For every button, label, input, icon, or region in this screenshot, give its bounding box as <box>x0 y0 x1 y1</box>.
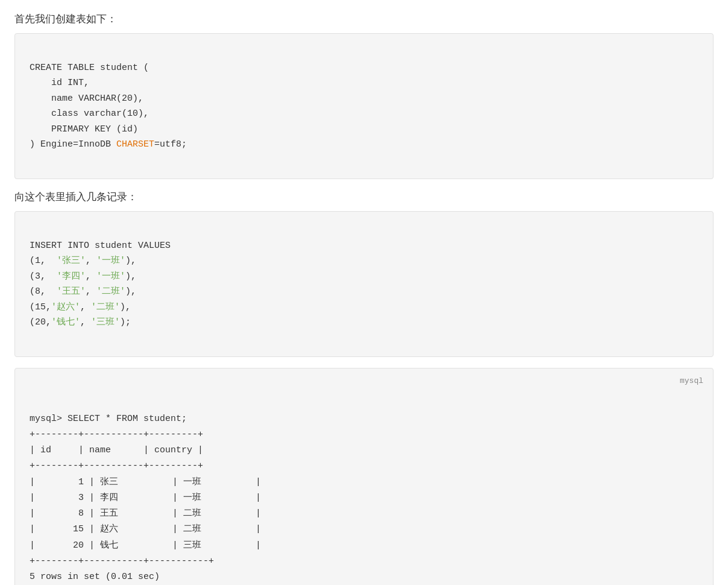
intro-title: 首先我们创建表如下： <box>14 12 714 26</box>
insert-title: 向这个表里插入几条记录： <box>14 190 714 204</box>
insert-section: 向这个表里插入几条记录： INSERT INTO student VALUES … <box>14 190 714 357</box>
code-line-1: CREATE TABLE student ( <box>30 63 149 73</box>
border-line-1: +--------+-----------+---------+ <box>30 429 203 440</box>
border-line-2: +--------+-----------+---------+ <box>30 461 203 471</box>
insert-line-6: (20,'钱七', '三班'); <box>30 317 131 327</box>
code-line-4: class varchar(10), <box>30 109 149 119</box>
create-table-code: CREATE TABLE student ( id INT, name VARC… <box>14 33 714 179</box>
select-query-line: mysql> SELECT * FROM student; <box>30 414 187 424</box>
code-line-5: PRIMARY KEY (id) <box>30 124 138 134</box>
insert-line-5: (15,'赵六', '二班'), <box>30 302 131 312</box>
mysql-label: mysql <box>680 375 703 388</box>
select-output-section: mysql mysql> SELECT * FROM student; +---… <box>14 368 714 585</box>
insert-line-4: (8, '王五', '二班'), <box>30 286 136 297</box>
code-line-3: name VARCHAR(20), <box>30 93 143 104</box>
data-row-5: | 20 | 钱七 | 三班 | <box>30 540 261 551</box>
data-row-4: | 15 | 赵六 | 二班 | <box>30 524 261 534</box>
data-row-2: | 3 | 李四 | 一班 | <box>30 493 261 503</box>
data-row-3: | 8 | 王五 | 二班 | <box>30 508 261 519</box>
select-output-code: mysql mysql> SELECT * FROM student; +---… <box>14 368 714 585</box>
code-line-6: ) Engine=InnoDB CHARSET=utf8; <box>30 139 187 150</box>
insert-line-2: (1, '张三', '一班'), <box>30 256 136 266</box>
code-line-2: id INT, <box>30 78 89 88</box>
data-row-1: | 1 | 张三 | 一班 | <box>30 477 261 487</box>
insert-line-1: INSERT INTO student VALUES <box>30 241 171 251</box>
header-line: | id | name | country | <box>30 445 203 455</box>
border-line-3: +--------+-----------+-----------+ <box>30 556 214 566</box>
insert-line-3: (3, '李四', '一班'), <box>30 271 136 282</box>
create-table-section: 首先我们创建表如下： CREATE TABLE student ( id INT… <box>14 12 714 179</box>
footer-line: 5 rows in set (0.01 sec) <box>30 572 160 582</box>
insert-code: INSERT INTO student VALUES (1, '张三', '一班… <box>14 211 714 357</box>
